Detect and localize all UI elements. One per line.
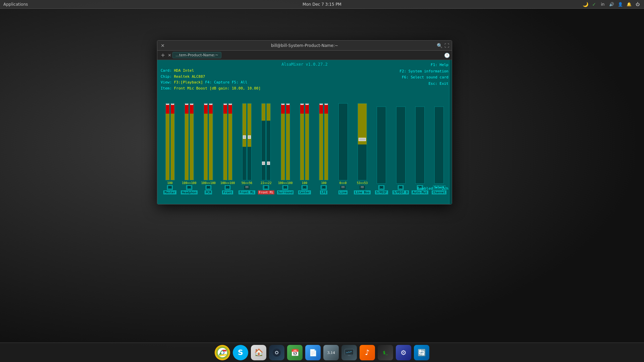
taskbar-skype[interactable]: S bbox=[233, 345, 248, 360]
badge-oo: OO bbox=[282, 185, 288, 190]
datetime-display: Mon Dec 7 3:15 PM bbox=[303, 2, 341, 7]
channel-label: Auto-Mut bbox=[412, 190, 428, 194]
taskbar-music[interactable]: ♪ bbox=[360, 345, 375, 360]
channel-value: 0<>0 bbox=[339, 181, 347, 185]
tab-item[interactable]: ...tem-Product-Name:~ bbox=[172, 52, 221, 58]
channel-surround[interactable]: 100<>100 OO Surround bbox=[276, 103, 294, 194]
channel-value: 22<>22 bbox=[261, 181, 272, 185]
alsa-help: F1: Help F2: System information F6: Sele… bbox=[399, 62, 448, 87]
badge-mm: MM bbox=[359, 185, 365, 190]
tab-bar: + ✕ ...tem-Product-Name:~ 🕐 bbox=[157, 51, 452, 60]
check-icon[interactable]: ✓ bbox=[591, 1, 597, 7]
title-bar: ✕ bill@bill-System-Product-Name:~ 🔍 ⛶ bbox=[157, 41, 452, 51]
svg-point-5 bbox=[276, 352, 278, 354]
terminal-window: ✕ bill@bill-System-Product-Name:~ 🔍 ⛶ + … bbox=[157, 40, 452, 204]
applications-menu[interactable]: Applications bbox=[3, 2, 28, 7]
badge-oo: OO bbox=[302, 185, 308, 190]
channel-line[interactable]: 0<>0 MM Line bbox=[334, 103, 352, 194]
channel-front-mi[interactable]: 56<>56 MM Front Mi bbox=[237, 103, 256, 194]
channel-master[interactable]: 100 OO Master bbox=[161, 103, 179, 194]
channel-value: 53<>53 bbox=[357, 181, 368, 185]
channel-badge-container: OO bbox=[398, 185, 404, 190]
home-icon: 🏠 bbox=[254, 348, 263, 357]
taskbar-monitor[interactable] bbox=[341, 345, 357, 360]
tab-close-button[interactable]: ✕ bbox=[168, 53, 171, 58]
enabled-label: Enabled bbox=[417, 186, 433, 191]
svg-rect-8 bbox=[345, 354, 353, 355]
channel-label: Headphon bbox=[181, 190, 197, 194]
badge-oo: OO bbox=[186, 185, 192, 190]
notification-icon[interactable]: 🔔 bbox=[626, 1, 632, 7]
user-icon[interactable]: 👤 bbox=[617, 1, 623, 7]
moon-icon[interactable]: 🌙 bbox=[582, 1, 588, 7]
card-value: HDA Intel bbox=[174, 68, 194, 73]
terminal-icon: $_ bbox=[383, 350, 388, 355]
channel-label: PCM bbox=[205, 190, 212, 194]
channel-badge-container: OO bbox=[186, 185, 192, 190]
channel-line-boo[interactable]: 53<>53 MM Line Boo bbox=[353, 103, 371, 194]
volume-icon[interactable]: 🔊 bbox=[608, 1, 614, 7]
channel-s-pdif[interactable]: OO S/PDIF bbox=[372, 107, 391, 194]
taskbar-files[interactable]: 🏠 bbox=[251, 345, 266, 360]
badge-oo: OO bbox=[167, 185, 173, 190]
help-f1: F1: Help bbox=[399, 62, 448, 68]
channel-channel[interactable]: Select Channel bbox=[430, 107, 448, 194]
taskbar-files2[interactable]: 📄 bbox=[305, 345, 321, 360]
taskbar-steam[interactable] bbox=[269, 345, 284, 360]
badge-oo: OO bbox=[225, 185, 231, 190]
channel-label: Channel bbox=[432, 190, 446, 194]
new-tab-button[interactable]: + bbox=[159, 52, 166, 58]
channel-label: Center bbox=[298, 190, 311, 194]
channel-headphon[interactable]: 100<>100 OO Headphon bbox=[180, 103, 198, 194]
taskbar-chrome[interactable] bbox=[215, 345, 230, 360]
item-label: Item: bbox=[161, 86, 172, 90]
channel-badge-container: OO bbox=[167, 185, 173, 190]
channel-badge-container: OO bbox=[263, 185, 269, 190]
alsamixer-content: AlsaMixer v1.0.27.2 Card: HDA Intel Chip… bbox=[157, 60, 452, 204]
channels-label: 2ch bbox=[442, 186, 448, 191]
mixer-area: 100 OO Master 100<>100 bbox=[161, 94, 448, 194]
channel-badge-container: MM bbox=[359, 185, 365, 190]
tab-history-button[interactable]: 🕐 bbox=[444, 53, 450, 58]
chip-label: Chip: bbox=[161, 74, 172, 79]
search-button[interactable]: 🔍 bbox=[437, 43, 442, 48]
music-icon: ♪ bbox=[365, 348, 370, 357]
scrollbar[interactable] bbox=[449, 60, 452, 204]
linkedin-icon[interactable]: in bbox=[600, 1, 606, 7]
channel-pcm[interactable]: 100<>100 OO PCM bbox=[199, 103, 218, 194]
badge-oo: OO bbox=[206, 185, 212, 190]
svg-point-2 bbox=[221, 351, 224, 354]
tab-label: ...tem-Product-Name:~ bbox=[175, 53, 218, 57]
help-f2: F2: System information bbox=[399, 68, 448, 75]
channel-label: Line bbox=[338, 190, 348, 194]
power-icon[interactable]: ⏻ bbox=[635, 1, 641, 7]
taskbar-sync[interactable]: 🔄 bbox=[414, 345, 429, 360]
channel-center[interactable]: 100 OO Center bbox=[295, 103, 314, 194]
channel-label: Front bbox=[222, 190, 233, 194]
channel-label: Surround bbox=[277, 190, 293, 194]
channel-value: 100<>100 bbox=[201, 181, 216, 185]
taskbar-terminal[interactable]: $_ bbox=[378, 345, 393, 360]
channel-lfe[interactable]: 100 OO LFE bbox=[315, 103, 333, 194]
channel-badge-container: OO bbox=[321, 185, 327, 190]
help-esc: Esc: Exit bbox=[399, 81, 448, 87]
title-bar-controls: 🔍 ⛶ bbox=[437, 43, 449, 48]
badge-oo: OO bbox=[378, 185, 384, 190]
channel-s-pdif-d[interactable]: OO S/PDIF D bbox=[391, 107, 410, 194]
taskbar-calendar[interactable]: 📅 bbox=[287, 345, 303, 360]
taskbar-toggle[interactable]: ⚙ bbox=[396, 345, 411, 360]
maximize-button[interactable]: ⛶ bbox=[444, 43, 449, 48]
channel-label: LFE bbox=[320, 190, 327, 194]
channel-value: 100 bbox=[302, 181, 307, 185]
document-icon: 📄 bbox=[309, 349, 317, 357]
sync-icon: 🔄 bbox=[418, 349, 426, 357]
channel-label: Front Mi bbox=[258, 190, 274, 194]
taskbar-calculator[interactable]: 3.14 bbox=[323, 345, 339, 360]
settings-icon: ⚙ bbox=[400, 349, 407, 357]
channel-auto-mut[interactable]: OO Auto-Mut bbox=[411, 107, 429, 194]
channel-front[interactable]: 100<>100 OO Front bbox=[218, 103, 237, 194]
channel-label: S/PDIF bbox=[375, 190, 388, 194]
badge-mm: MM bbox=[244, 185, 250, 190]
close-button[interactable]: ✕ bbox=[160, 43, 165, 48]
channel-front-mi[interactable]: 22<>22 OO Front Mi bbox=[257, 103, 275, 194]
